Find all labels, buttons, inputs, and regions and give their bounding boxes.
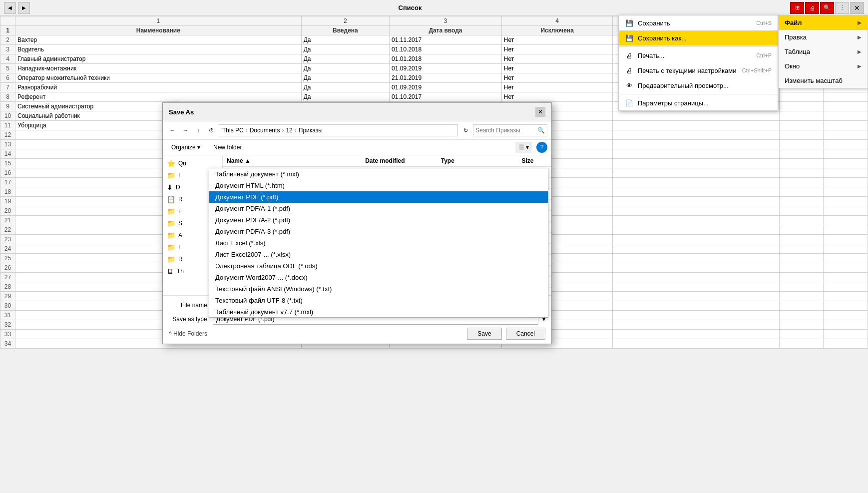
dialog-overlay: Save As ✕ ← → ↑ ⏱ This PC › Documents › … [0,0,868,493]
breadcrumb-refresh-button[interactable]: ↻ [460,125,471,136]
search-input[interactable] [475,127,535,134]
search-bar: 🔍 [473,124,547,136]
dropdown-option[interactable]: Документ Word2007-... (*.docx) [209,272,548,283]
sidebar-quickaccess-label: Qu [178,160,186,167]
bc-prikazy[interactable]: Приказы [299,127,323,134]
file-table-header: Name ▲ Date modified Type Size [223,155,551,167]
new-folder-button[interactable]: New folder [209,142,246,153]
sidebar-folder-icon-5: 📁 [167,219,175,227]
bc-12[interactable]: 12 [286,127,292,134]
sidebar-folder-icon-2: ⬇ [167,183,173,191]
savetype-dropdown-list: Табличный документ (*.mxl)Документ HTML … [209,168,548,318]
dialog-title: Save As [169,108,194,116]
new-folder-label: New folder [213,144,242,151]
dialog-toolbar: Organize ▾ New folder ☰ ▾ ? [163,140,551,155]
sidebar-folder-icon-7: 📁 [167,243,175,251]
breadcrumb-up-button[interactable]: ↑ [193,125,204,136]
dropdown-option[interactable]: Текстовый файл ANSI (Windows) (*.txt) [209,283,548,295]
cancel-button[interactable]: Cancel [506,328,545,340]
action-buttons: Save Cancel [467,328,545,340]
dropdown-option[interactable]: Документ PDF/A-2 (*.pdf) [209,214,548,226]
dropdown-option[interactable]: Документ PDF (*.pdf) [209,191,548,203]
breadcrumb-forward-button[interactable]: → [180,125,191,136]
sidebar-label-4: F [178,208,182,215]
dropdown-option[interactable]: Документ PDF/A-3 (*.pdf) [209,226,548,237]
breadcrumb-back-button[interactable]: ← [167,125,178,136]
organize-label: Organize ▾ [171,144,200,151]
sidebar-label-2: D [176,184,180,191]
sidebar-label-7: I [178,244,180,251]
view-toggle-button[interactable]: ☰ ▾ [515,142,532,153]
thispc-icon: 🖥 [167,267,174,275]
sidebar-label-8: R [178,256,183,263]
col-type-label: Type [441,157,454,164]
dialog-close-button[interactable]: ✕ [535,107,545,117]
sidebar-label-6: A [178,232,182,239]
col-name-label: Name [227,157,243,164]
quickaccess-icon: ⭐ [167,159,175,167]
bc-thispc[interactable]: This PC [222,127,244,134]
sidebar-folder-icon-6: 📁 [167,231,175,239]
bc-sep-3: › [295,127,297,134]
dialog-breadcrumb-bar: ← → ↑ ⏱ This PC › Documents › 12 › Прика… [163,121,551,140]
hide-folders-label: ^ Hide Folders [169,330,207,337]
breadcrumb-path: This PC › Documents › 12 › Приказы [219,124,458,136]
bc-documents[interactable]: Documents [250,127,280,134]
sidebar-folder-icon-4: 📁 [167,207,175,215]
dropdown-option[interactable]: Документ HTML (*.htm) [209,180,548,191]
main-window: ◀ ▶ Список ⊞ 🖨 🔍 ⋮ ✕ 1 2 3 4 5 6 [0,0,868,493]
save-dialog: Save As ✕ ← → ↑ ⏱ This PC › Documents › … [162,102,552,344]
sidebar-folder-icon-1: 📁 [167,171,175,179]
col-type-header[interactable]: Type [437,155,518,167]
col-date-label: Date modified [365,157,405,164]
sidebar-label-3: R [178,196,183,203]
dropdown-option[interactable]: Текстовый файл UTF-8 (*.txt) [209,295,548,306]
dialog-title-bar: Save As ✕ [163,103,551,121]
save-button[interactable]: Save [467,328,501,340]
sidebar-folder-icon-8: 📁 [167,255,175,263]
filename-label: File name: [169,302,209,309]
sidebar-label-5: S [178,220,182,227]
col-size-label: Size [521,157,533,164]
sidebar-label-1: I [178,172,180,179]
search-icon: 🔍 [537,127,545,134]
col-name-header[interactable]: Name ▲ [223,155,361,167]
sidebar-folder-icon-3: 📋 [167,195,175,203]
dropdown-option[interactable]: Электронная таблица ODF (*.ods) [209,260,548,272]
dropdown-option[interactable]: Табличный документ (*.mxl) [209,168,548,180]
dialog-bottom: File name: ▾ Save as type: ▾ Табличный д… [163,295,551,344]
breadcrumb-recent-button[interactable]: ⏱ [206,125,217,136]
bc-sep-2: › [282,127,284,134]
col-size-header[interactable]: Size [517,155,551,167]
organize-button[interactable]: Organize ▾ [167,142,205,153]
col-date-header[interactable]: Date modified [361,155,437,167]
bc-sep-1: › [246,127,248,134]
dropdown-option[interactable]: Лист Excel (*.xls) [209,237,548,249]
dropdown-option[interactable]: Табличный документ v7.7 (*.mxl) [209,306,548,318]
dropdown-option[interactable]: Документ PDF/A-1 (*.pdf) [209,203,548,214]
dialog-actions: ^ Hide Folders Save Cancel [169,328,545,340]
dropdown-option[interactable]: Лист Excel2007-... (*.xlsx) [209,249,548,260]
savetype-label: Save as type: [169,316,209,323]
help-button[interactable]: ? [536,142,547,153]
sidebar-thispc-label: Th [177,268,184,275]
hide-folders-button[interactable]: ^ Hide Folders [169,330,207,337]
